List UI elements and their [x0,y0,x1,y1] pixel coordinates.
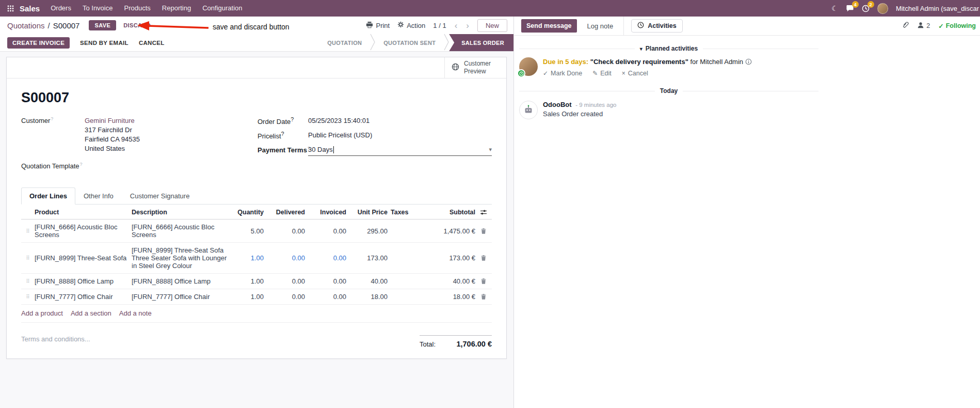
order-line-description[interactable]: [FURN_8888] Office Lamp [132,277,232,285]
planned-activities-header[interactable]: ▾ Planned activities [519,45,818,52]
pricelist-value[interactable]: Public Pricelist (USD) [308,131,372,140]
order-line-product[interactable]: [FURN_7777] Office Chair [35,293,132,301]
order-date-value[interactable]: 05/25/2023 15:40:01 [308,116,369,125]
col-invoiced[interactable]: Invoiced [305,209,346,216]
info-icon[interactable] [745,59,752,67]
order-line-delivered[interactable]: 0.00 [264,277,305,285]
messages-icon[interactable]: 4 [846,5,854,12]
delete-line-icon[interactable] [475,255,492,261]
order-line-quantity[interactable]: 1.00 [232,277,264,285]
chatter-message: OdooBot - 9 minutes ago Sales Order crea… [519,101,818,119]
order-line-description[interactable]: [FURN_6666] Acoustic Bloc Screens [132,223,232,239]
order-line-row[interactable]: ⠿ [FURN_8999] Three-Seat Sofa [FURN_8999… [21,243,492,274]
message-author[interactable]: OdooBot [543,101,572,108]
add-note-link[interactable]: Add a note [119,309,152,317]
order-line-invoiced[interactable]: 0.00 [305,227,346,235]
send-message-button[interactable]: Send message [521,19,577,33]
menu-configuration[interactable]: Configuration [197,0,248,17]
order-line-quantity[interactable]: 5.00 [232,227,264,235]
cancel-activity-button[interactable]: ×Cancel [622,70,648,77]
menu-orders[interactable]: Orders [45,0,77,17]
payment-terms-input[interactable]: 30 Days ▾ [308,145,492,156]
order-line-invoiced[interactable]: 0.00 [305,254,346,262]
tab-other-info[interactable]: Other Info [75,187,122,205]
order-line-description[interactable]: [FURN_7777] Office Chair [132,293,232,301]
customer-link[interactable]: Gemini Furniture [85,117,135,124]
col-description[interactable]: Description [132,209,232,216]
state-quotation-sent[interactable]: QUOTATION SENT [375,34,444,51]
cancel-button[interactable]: CANCEL [139,40,165,46]
order-line-invoiced[interactable]: 0.00 [305,277,346,285]
col-quantity[interactable]: Quantity [232,209,264,216]
state-sales-order[interactable]: SALES ORDER [449,34,513,51]
drag-handle-icon[interactable]: ⠿ [21,255,35,261]
action-button[interactable]: Action [397,21,425,29]
mark-done-button[interactable]: ✓Mark Done [543,70,582,77]
order-line-unit-price[interactable]: 173.00 [346,254,388,262]
user-avatar[interactable] [877,3,888,14]
attachments-icon[interactable] [902,21,909,30]
send-by-email-button[interactable]: SEND BY EMAIL [80,40,128,46]
col-delivered[interactable]: Delivered [264,209,305,216]
order-line-product[interactable]: [FURN_6666] Acoustic Bloc Screens [35,223,132,239]
customer-preview-button[interactable]: Customer Preview [444,57,506,78]
print-button[interactable]: Print [366,21,390,30]
order-line-product[interactable]: [FURN_8888] Office Lamp [35,277,132,285]
menu-products[interactable]: Products [118,0,156,17]
order-line-row[interactable]: ⠿ [FURN_8888] Office Lamp [FURN_8888] Of… [21,274,492,289]
order-line-row[interactable]: ⠿ [FURN_6666] Acoustic Bloc Screens [FUR… [21,219,492,243]
log-note-button[interactable]: Log note [587,22,614,30]
order-line-description[interactable]: [FURN_8999] Three-Seat Sofa Three Seater… [132,246,232,270]
user-name[interactable]: Mitchell Admin (save_discar [896,5,979,12]
chevron-down-icon[interactable]: ▾ [489,146,492,153]
order-line-quantity[interactable]: 1.00 [232,293,264,301]
col-subtotal[interactable]: Subtotal [426,209,475,216]
drag-handle-icon[interactable]: ⠿ [21,294,35,300]
order-line-delivered[interactable]: 0.00 [264,227,305,235]
edit-activity-button[interactable]: ✎Edit [592,70,612,77]
odoobot-avatar[interactable] [519,101,538,119]
add-product-link[interactable]: Add a product [21,309,63,317]
delete-line-icon[interactable] [475,293,492,300]
discard-button[interactable]: DISCARD [119,20,155,30]
pager-previous-icon[interactable]: ‹ [454,21,458,30]
activity-avatar[interactable] [519,57,538,76]
delete-line-icon[interactable] [475,228,492,234]
order-line-product[interactable]: [FURN_8999] Three-Seat Sofa [35,254,132,262]
drag-handle-icon[interactable]: ⠿ [21,228,35,234]
state-quotation[interactable]: QUOTATION [319,34,370,51]
apps-menu-icon[interactable] [3,0,18,17]
order-line-unit-price[interactable]: 18.00 [346,293,388,301]
following-button[interactable]: ✓ Following [938,22,976,30]
delete-line-icon[interactable] [475,278,492,285]
tab-order-lines[interactable]: Order Lines [21,187,75,205]
order-line-invoiced[interactable]: 0.00 [305,293,346,301]
pager-next-icon[interactable]: › [465,21,470,30]
breadcrumb-quotations[interactable]: Quotations [7,21,45,30]
save-button[interactable]: SAVE [89,20,116,30]
order-line-delivered[interactable]: 0.00 [264,293,305,301]
add-section-link[interactable]: Add a section [71,309,111,317]
menu-reporting[interactable]: Reporting [156,0,197,17]
col-taxes[interactable]: Taxes [388,209,426,216]
dark-mode-icon[interactable]: ☾ [831,4,838,12]
order-line-row[interactable]: ⠿ [FURN_7777] Office Chair [FURN_7777] O… [21,289,492,305]
activities-tab[interactable]: Activities [631,19,683,33]
order-line-unit-price[interactable]: 295.00 [346,227,388,235]
new-button[interactable]: New [477,19,507,32]
menu-to-invoice[interactable]: To Invoice [77,0,119,17]
terms-placeholder[interactable]: Terms and conditions... [21,335,90,343]
activities-systray-icon[interactable]: 2 [862,5,870,12]
order-line-delivered[interactable]: 0.00 [264,254,305,262]
col-unit-price[interactable]: Unit Price [346,209,388,216]
optional-columns-icon[interactable] [475,209,492,215]
total-label: Total: [420,340,436,348]
create-invoice-button[interactable]: CREATE INVOICE [7,37,70,49]
order-line-quantity[interactable]: 1.00 [232,254,264,262]
app-title[interactable]: Sales [18,4,45,13]
order-line-unit-price[interactable]: 40.00 [346,277,388,285]
drag-handle-icon[interactable]: ⠿ [21,278,35,284]
tab-customer-signature[interactable]: Customer Signature [122,187,198,205]
col-product[interactable]: Product [35,209,132,216]
followers-button[interactable]: 2 [917,22,930,30]
